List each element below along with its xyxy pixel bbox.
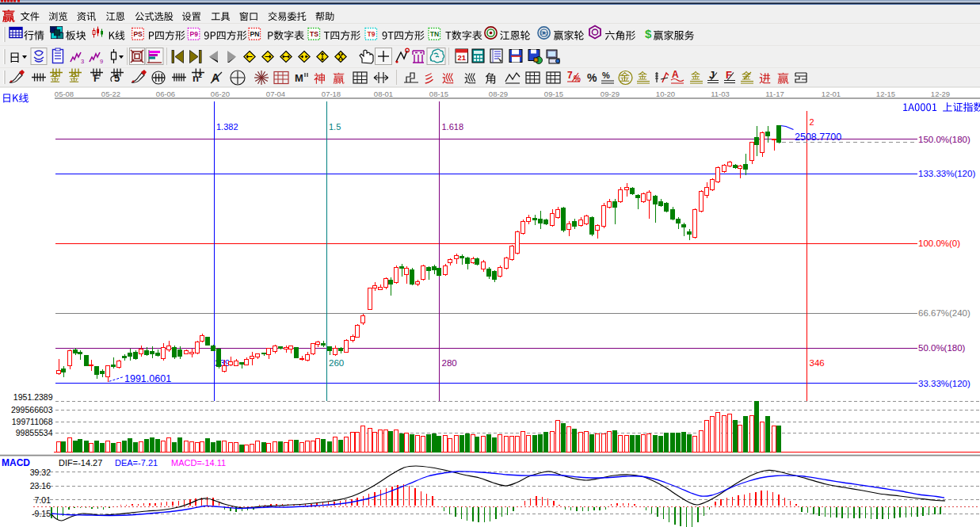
- svg-text:TS: TS: [310, 30, 318, 38]
- svg-text:11-17: 11-17: [765, 90, 784, 98]
- svg-text:05-08: 05-08: [55, 90, 74, 98]
- svg-text:7: 7: [567, 70, 573, 81]
- svg-text:08-29: 08-29: [489, 90, 508, 98]
- svg-text:2: 2: [810, 117, 814, 127]
- svg-text:10-20: 10-20: [656, 90, 675, 98]
- svg-text:346: 346: [810, 358, 825, 368]
- svg-text:08-15: 08-15: [429, 90, 448, 98]
- svg-text:199711068: 199711068: [12, 417, 53, 426]
- svg-text:08-01: 08-01: [374, 90, 393, 98]
- svg-text:7.01: 7.01: [35, 495, 51, 505]
- svg-text:99855534: 99855534: [16, 428, 53, 437]
- svg-text:MACD=-14.11: MACD=-14.11: [171, 458, 226, 468]
- svg-text:12-01: 12-01: [822, 90, 841, 98]
- svg-text:12-29: 12-29: [931, 90, 950, 98]
- svg-text:07-04: 07-04: [266, 90, 285, 98]
- svg-text:39.32: 39.32: [30, 468, 51, 477]
- svg-text:2508.7700: 2508.7700: [795, 132, 841, 143]
- svg-text:$: $: [645, 27, 652, 40]
- svg-text:9: 9: [100, 58, 103, 65]
- svg-text:299566603: 299566603: [11, 405, 53, 414]
- svg-text:P9: P9: [189, 30, 198, 38]
- svg-text:1.5: 1.5: [329, 122, 341, 132]
- svg-text:A: A: [672, 69, 679, 80]
- svg-text:33.33%(120): 33.33%(120): [918, 379, 970, 388]
- svg-text:Big: Big: [540, 30, 548, 36]
- svg-text:06-06: 06-06: [156, 90, 175, 98]
- svg-text:06-20: 06-20: [211, 90, 230, 98]
- svg-text:1.618: 1.618: [442, 122, 464, 132]
- svg-text:23.16: 23.16: [30, 481, 51, 491]
- svg-text:05-22: 05-22: [101, 90, 120, 98]
- svg-text:150.0%(180): 150.0%(180): [918, 135, 970, 144]
- svg-text:%: %: [574, 74, 581, 83]
- svg-text:133.33%(120): 133.33%(120): [918, 169, 975, 178]
- svg-text:%: %: [602, 71, 610, 80]
- svg-text:DEA=-7.21: DEA=-7.21: [115, 458, 158, 468]
- svg-text:09-15: 09-15: [544, 90, 563, 98]
- svg-text:21: 21: [457, 53, 466, 62]
- svg-text:12-15: 12-15: [876, 90, 895, 98]
- svg-text:100.0%(0): 100.0%(0): [918, 239, 960, 248]
- svg-text:MACD: MACD: [2, 457, 30, 468]
- svg-text:TN: TN: [430, 30, 439, 38]
- svg-text:50.0%(180): 50.0%(180): [918, 343, 966, 353]
- svg-text:%: %: [587, 71, 597, 84]
- svg-text:09-29: 09-29: [601, 90, 620, 98]
- svg-text:11-03: 11-03: [711, 90, 730, 98]
- svg-text:66.67%(240): 66.67%(240): [918, 308, 970, 318]
- svg-text:260: 260: [329, 358, 344, 368]
- svg-text:280: 280: [442, 358, 457, 368]
- svg-text:3: 3: [81, 58, 84, 65]
- svg-text:T9: T9: [367, 30, 375, 38]
- svg-text:1991.0601: 1991.0601: [124, 373, 171, 384]
- svg-text:1.382: 1.382: [216, 122, 238, 132]
- svg-text:07-18: 07-18: [322, 90, 341, 98]
- svg-text:-9.15: -9.15: [32, 509, 51, 518]
- svg-text:DIF=-14.27: DIF=-14.27: [59, 458, 102, 468]
- svg-text:PN: PN: [250, 30, 259, 38]
- svg-text:1951.2389: 1951.2389: [13, 392, 53, 402]
- svg-text:PS: PS: [133, 30, 143, 38]
- svg-text:A: A: [212, 71, 219, 84]
- svg-text:M: M: [295, 72, 303, 84]
